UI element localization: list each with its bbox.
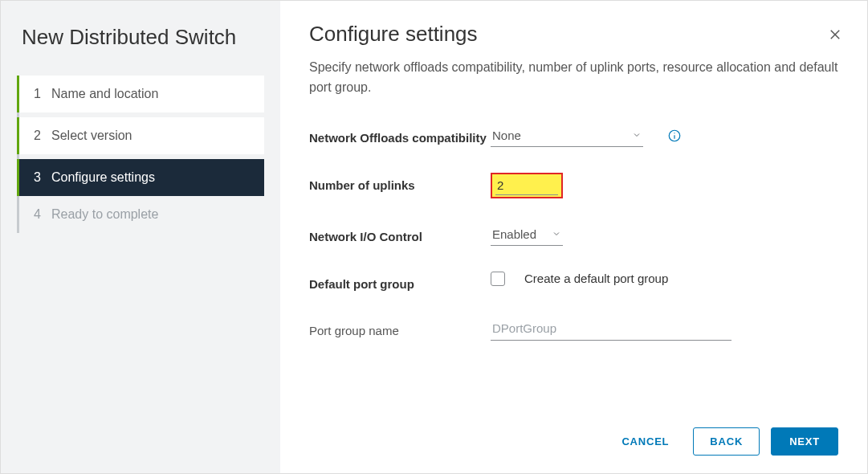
select-network-offloads[interactable]: None (491, 125, 643, 147)
chevron-down-icon (632, 130, 642, 140)
label-network-offloads: Network Offloads compatibility (309, 125, 491, 146)
label-port-group-name: Port group name (309, 318, 491, 339)
wizard-footer: CANCEL BACK NEXT (309, 427, 838, 456)
page-title: Configure settings (309, 22, 838, 47)
step-label: Select version (51, 129, 132, 143)
input-number-of-uplinks[interactable] (495, 176, 558, 195)
select-value: Enabled (492, 227, 536, 241)
checkbox-create-default-port-group[interactable] (491, 272, 505, 286)
label-number-of-uplinks: Number of uplinks (309, 173, 491, 194)
highlight-box (491, 173, 563, 198)
wizard-sidebar: New Distributed Switch 1 Name and locati… (1, 1, 280, 473)
label-default-port-group: Default port group (309, 272, 491, 292)
svg-point-4 (674, 133, 674, 133)
back-button[interactable]: BACK (693, 427, 760, 456)
step-number: 1 (34, 87, 51, 101)
page-description: Specify network offloads compatibility, … (309, 58, 838, 98)
row-network-io-control: Network I/O Control Enabled (309, 224, 838, 246)
row-default-port-group: Default port group Create a default port… (309, 272, 838, 292)
step-select-version[interactable]: 2 Select version (17, 117, 264, 154)
info-icon[interactable] (667, 129, 682, 143)
row-number-of-uplinks: Number of uplinks (309, 173, 838, 198)
close-icon (828, 27, 842, 45)
select-network-io-control[interactable]: Enabled (491, 224, 563, 246)
chevron-down-icon (552, 229, 561, 239)
next-button[interactable]: NEXT (771, 427, 838, 456)
step-label: Configure settings (51, 170, 155, 185)
step-configure-settings[interactable]: 3 Configure settings (17, 159, 264, 196)
cancel-button[interactable]: CANCEL (609, 427, 682, 456)
label-network-io-control: Network I/O Control (309, 224, 491, 245)
step-number: 4 (34, 207, 51, 222)
row-network-offloads: Network Offloads compatibility None (309, 125, 838, 147)
step-label: Ready to complete (51, 207, 158, 222)
step-ready-to-complete: 4 Ready to complete (17, 196, 264, 233)
checkbox-label: Create a default port group (524, 272, 668, 285)
wizard-title: New Distributed Switch (17, 25, 264, 50)
step-label: Name and location (51, 87, 158, 101)
wizard-dialog: New Distributed Switch 1 Name and locati… (0, 0, 868, 474)
close-button[interactable] (824, 25, 846, 47)
step-number: 2 (34, 129, 51, 143)
row-port-group-name: Port group name (309, 318, 838, 341)
select-value: None (492, 129, 521, 142)
wizard-steps: 1 Name and location 2 Select version 3 C… (17, 76, 264, 233)
step-name-and-location[interactable]: 1 Name and location (17, 76, 264, 112)
input-port-group-name[interactable] (491, 318, 731, 341)
step-number: 3 (34, 170, 51, 185)
wizard-main: Configure settings Specify network offlo… (280, 1, 867, 473)
